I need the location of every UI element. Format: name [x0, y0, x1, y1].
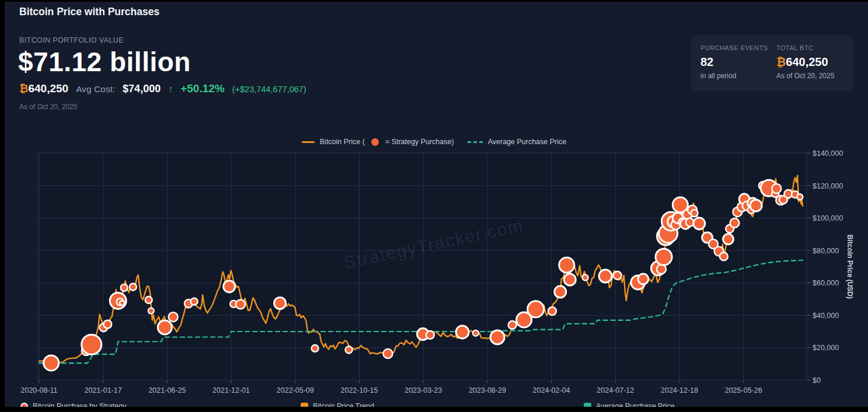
purchase-marker[interactable] [312, 345, 319, 352]
x-axis-tick-label: 2021-01-17 [85, 386, 122, 394]
purchase-marker[interactable] [490, 330, 504, 344]
y-axis-tick-label: $80,000 [813, 247, 839, 255]
x-axis-tick-label: 2021-12-01 [212, 386, 250, 394]
purchase-marker[interactable] [750, 200, 762, 211]
x-axis-tick-label: 2025-05-26 [725, 386, 762, 394]
bitcoin-price-chart: StrategyTracker.com$0$20,000$40,000$60,0… [0, 0, 868, 412]
purchase-marker[interactable] [613, 271, 622, 280]
x-axis-tick-label: 2023-03-23 [405, 386, 442, 394]
purchase-marker[interactable] [82, 334, 102, 354]
purchase-marker[interactable] [103, 320, 111, 329]
legend-price-suffix: = Strategy Purchase) [385, 138, 454, 146]
purchase-marker[interactable] [559, 257, 574, 273]
purchase-marker[interactable] [693, 218, 705, 229]
y-axis-tick-label: $140,000 [813, 149, 843, 158]
x-axis-tick-label: 2023-08-29 [469, 386, 506, 394]
screen-edge-top [0, 0, 868, 2]
purchase-marker[interactable] [797, 194, 803, 200]
purchase-marker[interactable] [236, 300, 245, 309]
y-axis-tick-label: $20,000 [813, 344, 839, 352]
purchase-marker[interactable] [730, 218, 740, 228]
purchase-marker[interactable] [384, 349, 393, 358]
purchase-marker[interactable] [638, 274, 649, 284]
purchase-marker[interactable] [346, 347, 353, 354]
x-axis-tick-label: 2020-08-11 [20, 386, 57, 394]
x-axis-tick-label: 2022-05-09 [277, 386, 314, 394]
x-axis-tick-label: 2022-10-15 [341, 386, 378, 394]
avg-line-swatch [468, 141, 483, 143]
purchase-marker[interactable] [169, 312, 178, 322]
purchase-marker[interactable] [723, 234, 734, 245]
purchase-marker[interactable] [145, 296, 152, 303]
purchase-marker[interactable] [148, 308, 154, 314]
purchase-marker[interactable] [130, 284, 137, 291]
x-axis-tick-label: 2024-02-04 [533, 386, 570, 394]
purchase-marker[interactable] [720, 253, 728, 261]
purchase-marker[interactable] [555, 286, 566, 298]
purchase-marker[interactable] [548, 307, 556, 315]
purchase-marker[interactable] [599, 270, 612, 282]
purchase-marker[interactable] [528, 301, 544, 317]
purchase-marker[interactable] [224, 281, 235, 292]
purchase-marker[interactable] [656, 249, 672, 265]
purchase-marker[interactable] [508, 321, 517, 329]
y-axis-tick-label: $40,000 [813, 312, 839, 320]
y-axis-title: Bitcoin Price (USD) [846, 235, 854, 299]
x-axis-tick-label: 2024-12-18 [661, 386, 698, 394]
purchase-marker[interactable] [121, 284, 128, 291]
purchase-marker[interactable] [564, 274, 576, 285]
screen-edge-bottom [0, 407, 868, 412]
purchase-dot-swatch [371, 138, 379, 146]
purchase-marker[interactable] [274, 298, 286, 309]
purchase-marker[interactable] [691, 210, 698, 217]
x-axis-tick-label: 2024-07-12 [597, 386, 634, 394]
y-axis-tick-label: $100,000 [813, 214, 843, 222]
purchase-marker[interactable] [473, 330, 479, 336]
legend-price-prefix: Bitcoin Price ( [320, 138, 365, 146]
screen-edge-left [0, 0, 5, 412]
y-axis-tick-label: $120,000 [813, 182, 843, 190]
price-line-swatch [302, 141, 315, 143]
purchase-marker[interactable] [426, 331, 434, 339]
y-axis-tick-label: $0 [813, 376, 821, 385]
purchase-marker[interactable] [158, 320, 172, 334]
purchase-marker[interactable] [583, 275, 588, 281]
purchase-marker[interactable] [191, 298, 198, 305]
plot-area [38, 153, 807, 380]
purchase-marker[interactable] [120, 301, 124, 305]
purchase-marker[interactable] [772, 184, 781, 193]
purchase-marker[interactable] [456, 326, 469, 338]
legend-avg-label: Average Purchase Price [488, 138, 567, 146]
x-axis-tick-label: 2021-06-25 [148, 386, 186, 394]
chart-legend-top: Bitcoin Price ( = Strategy Purchase) Ave… [0, 138, 868, 146]
y-axis-tick-label: $60,000 [813, 279, 839, 287]
purchase-marker[interactable] [44, 355, 59, 371]
